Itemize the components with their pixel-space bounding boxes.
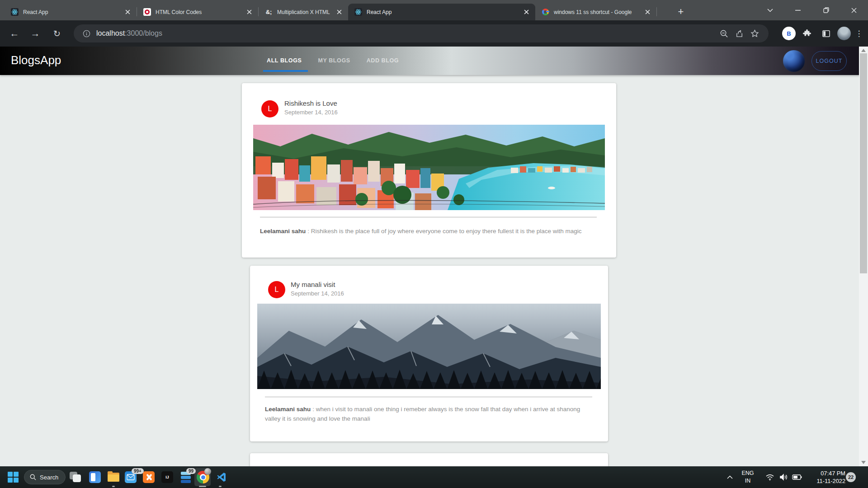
tab-google-search[interactable]: windows 11 ss shortcut - Google — [535, 4, 656, 20]
restore-button[interactable] — [812, 0, 840, 20]
search-icon — [30, 474, 36, 480]
mail-badge: 99+ — [132, 468, 144, 474]
wifi-icon[interactable] — [763, 470, 777, 484]
url-host: localhost — [96, 29, 125, 37]
tab-multiplication-symbol[interactable]: &; Multiplication X HTML Symbol, C — [259, 4, 348, 20]
language-indicator[interactable]: ENG IN — [740, 469, 756, 485]
windows-logo-icon — [8, 472, 19, 483]
battery-icon[interactable] — [790, 470, 804, 484]
volume-icon[interactable] — [777, 470, 790, 484]
comment-author: Leelamani sahu — [265, 406, 311, 413]
start-button[interactable] — [5, 470, 21, 484]
xampp-icon — [143, 471, 155, 483]
extensions-puzzle-icon[interactable] — [799, 26, 815, 41]
url-text[interactable]: localhost:3000/blogs — [96, 29, 716, 38]
blog-comment: Leelamani sahu: Rishikesh is the place f… — [260, 227, 597, 236]
file-explorer-button[interactable] — [106, 470, 121, 484]
address-bar[interactable]: localhost:3000/blogs — [74, 24, 769, 42]
blog-image-manali — [257, 304, 601, 389]
divider — [265, 397, 592, 397]
blog-card-rishikesh: L Rishikesh is Love September 14, 2016 — [242, 83, 616, 258]
chrome-button[interactable] — [195, 470, 211, 484]
taskbar-search[interactable]: Search — [24, 470, 66, 484]
close-tab-icon[interactable] — [335, 9, 343, 16]
tray-chevron-up-icon[interactable] — [723, 470, 736, 484]
tab-separator — [656, 7, 657, 16]
tab-my-blogs[interactable]: MY BLOGS — [318, 57, 350, 64]
user-avatar[interactable] — [783, 50, 805, 72]
tab-html-color-codes[interactable]: HTML Color Codes — [137, 4, 258, 20]
taskbar-clock[interactable]: 07:47 PM 11-11-2022 — [809, 469, 845, 485]
minimize-button[interactable] — [784, 0, 812, 20]
running-indicator-active — [199, 486, 206, 487]
info-icon[interactable] — [82, 26, 91, 41]
zoom-out-icon[interactable] — [716, 26, 731, 41]
close-window-button[interactable] — [840, 0, 868, 20]
close-tab-icon[interactable] — [523, 9, 530, 16]
google-icon — [542, 8, 549, 16]
app-header: BlogsApp ALL BLOGS MY BLOGS ADD BLOG LOG… — [0, 47, 868, 75]
avatar: L — [261, 100, 278, 117]
tab-list: React App HTML Color Codes &; Multiplica… — [5, 4, 657, 20]
blog-card-manali: L My manali visit September 14, 2016 — [250, 266, 608, 441]
clock-date: 11-11-2022 — [809, 477, 845, 485]
close-tab-icon[interactable] — [245, 9, 253, 16]
blogs-page: L Rishikesh is Love September 14, 2016 — [0, 75, 868, 466]
back-icon[interactable]: ← — [5, 20, 24, 47]
tab-title: windows 11 ss shortcut - Google — [554, 9, 639, 15]
clock-time: 07:47 PM — [809, 469, 845, 477]
color-wheel-icon — [143, 8, 151, 16]
intellij-icon: IJ — [161, 471, 173, 483]
comment-text: : Rishikesh is the place full of joy whe… — [307, 228, 581, 235]
avatar: L — [268, 281, 285, 298]
folder-icon — [108, 473, 119, 482]
scroll-down-icon[interactable] — [861, 461, 866, 464]
close-tab-icon[interactable] — [644, 9, 651, 16]
divider — [260, 217, 597, 217]
widgets-button[interactable] — [87, 470, 103, 484]
new-tab-button[interactable]: + — [674, 5, 688, 19]
vscode-button[interactable] — [214, 470, 229, 484]
tab-react-app-1[interactable]: React App — [5, 4, 137, 20]
tab-add-blog[interactable]: ADD BLOG — [367, 57, 399, 64]
search-label: Search — [40, 474, 58, 481]
app-nav: ALL BLOGS MY BLOGS ADD BLOG — [267, 57, 399, 64]
running-indicator — [219, 486, 222, 487]
logout-button[interactable]: LOGOUT — [811, 51, 847, 71]
blog-card-partial — [250, 453, 608, 466]
react-icon — [354, 8, 362, 16]
lang-top: ENG — [740, 469, 756, 477]
scroll-up-icon[interactable] — [861, 49, 866, 52]
profile-b-avatar[interactable]: B — [782, 27, 796, 40]
task-view-button[interactable] — [68, 470, 83, 484]
media-overlay-icon — [204, 468, 211, 475]
blog-title: Rishikesh is Love — [284, 99, 337, 107]
blog-date: September 14, 2016 — [284, 109, 338, 116]
browser-tabstrip: React App HTML Color Codes &; Multiplica… — [0, 0, 868, 20]
side-panel-icon[interactable] — [818, 26, 834, 41]
tab-title: Multiplication X HTML Symbol, C — [277, 9, 331, 15]
chevron-down-icon[interactable] — [756, 0, 784, 20]
share-icon[interactable] — [731, 26, 747, 41]
tab-all-blogs[interactable]: ALL BLOGS — [267, 57, 302, 64]
nav-label: ALL BLOGS — [267, 57, 302, 64]
intellij-button[interactable]: IJ — [160, 470, 175, 484]
tab-title: React App — [367, 9, 518, 15]
bookmark-star-icon[interactable] — [747, 26, 762, 41]
tab-react-app-active[interactable]: React App — [348, 4, 535, 20]
notification-count-badge[interactable]: 22 — [846, 472, 856, 482]
profile-avatar[interactable] — [837, 27, 851, 40]
browser-viewport: BlogsApp ALL BLOGS MY BLOGS ADD BLOG LOG… — [0, 47, 868, 466]
page-scrollbar[interactable] — [859, 47, 868, 466]
menu-dots-icon[interactable]: ⋮ — [854, 29, 863, 38]
reload-icon[interactable]: ↻ — [48, 20, 66, 47]
widgets-icon — [89, 471, 101, 483]
forward-icon[interactable]: → — [26, 20, 44, 47]
close-tab-icon[interactable] — [124, 9, 131, 16]
browser-toolbar: ← → ↻ localhost:3000/blogs — [0, 20, 868, 47]
comment-author: Leelamani sahu — [260, 228, 306, 235]
scrollbar-thumb[interactable] — [860, 53, 867, 273]
comment-text: : when i visit to manali one thing i rem… — [265, 406, 580, 422]
vscode-icon — [216, 472, 227, 483]
app-brand: BlogsApp — [11, 53, 61, 67]
